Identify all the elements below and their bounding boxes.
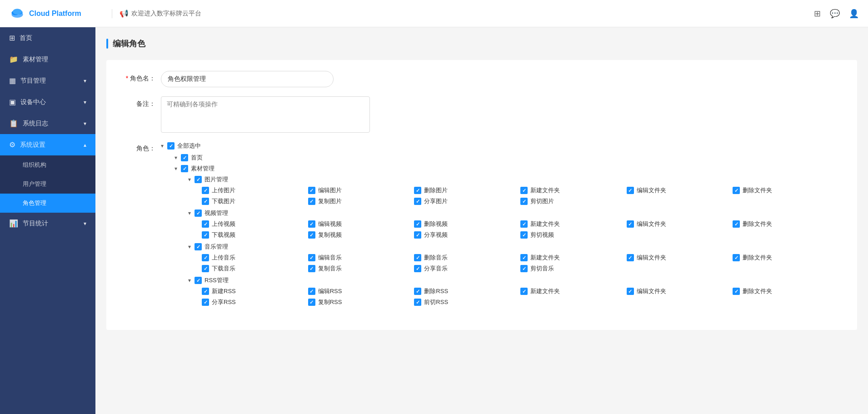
- perm-new-rss[interactable]: 新建RSS: [202, 287, 308, 295]
- assets-module-chevron[interactable]: ▾: [175, 165, 177, 172]
- assets-module-label: 素材管理: [191, 165, 215, 173]
- images-header: ▾ 图片管理: [188, 175, 839, 184]
- sidebar-sub-users[interactable]: 用户管理: [0, 175, 95, 194]
- perm-copy-image[interactable]: 复制图片: [308, 197, 414, 205]
- perm-new-folder-video[interactable]: 新建文件夹: [520, 220, 627, 228]
- user-profile-icon[interactable]: 👤: [849, 9, 859, 19]
- perm-share-rss[interactable]: 分享RSS: [202, 298, 308, 306]
- perm-copy-rss[interactable]: 复制RSS: [308, 298, 414, 306]
- sub-images: ▾ 图片管理 上传图片 编辑图片 删除图片 新建文件夹: [188, 175, 839, 205]
- header-divider: [112, 9, 112, 18]
- videos-checkbox[interactable]: 视频管理: [195, 209, 228, 217]
- perm-edit-music[interactable]: 编辑音乐: [308, 254, 414, 262]
- videos-chevron[interactable]: ▾: [188, 210, 191, 216]
- perm-download-video[interactable]: 下载视频: [202, 231, 308, 239]
- sidebar-item-logs[interactable]: 📋 系统日志 ▾: [0, 113, 95, 134]
- music-chevron[interactable]: ▾: [188, 244, 191, 250]
- home-module-checkbox[interactable]: 首页: [181, 154, 203, 162]
- perm-delete-rss[interactable]: 删除RSS: [414, 287, 520, 295]
- module-home: ▾ 首页: [175, 154, 839, 162]
- main-content: 编辑角色 角色名： 备注： 角色： ▾: [95, 27, 868, 414]
- sidebar-item-settings[interactable]: ⚙ 系统设置 ▴: [0, 134, 95, 155]
- settings-icon: ⚙: [9, 140, 15, 149]
- assets-module-checkbox[interactable]: 素材管理: [181, 165, 215, 173]
- select-all-checkbox[interactable]: 全部选中: [167, 142, 201, 150]
- rss-perms: 新建RSS 编辑RSS 删除RSS 新建文件夹 编辑文件夹 删除文件夹 分享RS…: [202, 287, 839, 306]
- perm-delete-video[interactable]: 删除视频: [414, 220, 520, 228]
- perm-copy-music[interactable]: 复制音乐: [308, 264, 414, 273]
- perm-edit-image[interactable]: 编辑图片: [308, 186, 414, 195]
- perm-delete-music[interactable]: 删除音乐: [414, 254, 520, 262]
- perm-cut-video[interactable]: 剪切视频: [520, 231, 627, 239]
- sidebar-item-logs-label: 系统日志: [23, 120, 48, 128]
- sidebar-item-home[interactable]: ⊞ 首页: [0, 27, 95, 49]
- perm-edit-folder-video[interactable]: 编辑文件夹: [627, 220, 733, 228]
- perm-cut-image[interactable]: 剪切图片: [520, 197, 627, 205]
- images-perms-row1: 上传图片 编辑图片 删除图片 新建文件夹 编辑文件夹 删除文件夹 下载图片 复制…: [202, 186, 839, 205]
- videos-box: [195, 209, 202, 217]
- sidebar-sub-roles[interactable]: 角色管理: [0, 194, 95, 213]
- perm-new-folder-music[interactable]: 新建文件夹: [520, 254, 627, 262]
- perm-edit-video[interactable]: 编辑视频: [308, 220, 414, 228]
- sidebar-item-devices[interactable]: ▣ 设备中心 ▾: [0, 91, 95, 113]
- perm-share-video[interactable]: 分享视频: [414, 231, 520, 239]
- videos-label: 视频管理: [205, 209, 228, 217]
- music-checkbox[interactable]: 音乐管理: [195, 243, 228, 251]
- rss-label: RSS管理: [205, 276, 229, 284]
- home-icon: ⊞: [9, 34, 15, 42]
- devices-icon: ▣: [9, 98, 16, 106]
- module-assets-header: ▾ 素材管理: [175, 165, 839, 173]
- rss-chevron[interactable]: ▾: [188, 277, 191, 284]
- stats-chevron: ▾: [84, 220, 86, 227]
- sidebar-item-programs[interactable]: ▦ 节目管理 ▾: [0, 70, 95, 91]
- perm-share-music[interactable]: 分享音乐: [414, 264, 520, 273]
- sidebar-sub-roles-label: 角色管理: [23, 200, 46, 206]
- page-header: 编辑角色: [106, 38, 857, 49]
- perm-copy-video[interactable]: 复制视频: [308, 231, 414, 239]
- perm-upload-music[interactable]: 上传音乐: [202, 254, 308, 262]
- perm-upload-video[interactable]: 上传视频: [202, 220, 308, 228]
- perm-upload-image[interactable]: 上传图片: [202, 186, 308, 195]
- images-chevron[interactable]: ▾: [188, 176, 191, 183]
- stats-icon: 📊: [9, 219, 18, 228]
- perm-edit-folder-music[interactable]: 编辑文件夹: [627, 254, 733, 262]
- perm-share-image[interactable]: 分享图片: [414, 197, 520, 205]
- message-icon[interactable]: 💬: [830, 9, 840, 19]
- perm-delete-folder-video[interactable]: 删除文件夹: [733, 220, 839, 228]
- role-name-input[interactable]: [161, 71, 334, 87]
- perm-download-music[interactable]: 下载音乐: [202, 264, 308, 273]
- settings-submenu: 组织机构 用户管理 角色管理: [0, 155, 95, 213]
- perm-delete-folder-rss[interactable]: 删除文件夹: [733, 287, 839, 295]
- perm-delete-folder-image[interactable]: 删除文件夹: [733, 186, 839, 195]
- perm-delete-folder-music[interactable]: 删除文件夹: [733, 254, 839, 262]
- perm-cut-rss[interactable]: 前切RSS: [414, 298, 520, 306]
- perm-new-folder-rss[interactable]: 新建文件夹: [520, 287, 627, 295]
- perm-edit-rss[interactable]: 编辑RSS: [308, 287, 414, 295]
- videos-perms: 上传视频 编辑视频 删除视频 新建文件夹 编辑文件夹 删除文件夹 下载视频 复制…: [202, 220, 839, 239]
- sidebar-item-assets[interactable]: 📁 素材管理: [0, 49, 95, 70]
- home-module-box: [181, 154, 188, 161]
- perm-delete-image[interactable]: 删除图片: [414, 186, 520, 195]
- sidebar: ⊞ 首页 📁 素材管理 ▦ 节目管理 ▾ ▣ 设备中心 ▾ 📋 系统日志 ▾ ⚙…: [0, 27, 95, 414]
- grid-action-icon[interactable]: ⊞: [814, 9, 821, 19]
- speaker-icon: 📢: [120, 9, 129, 18]
- sidebar-item-devices-label: 设备中心: [20, 98, 46, 106]
- perm-new-folder-image[interactable]: 新建文件夹: [520, 186, 627, 195]
- perm-edit-folder-image[interactable]: 编辑文件夹: [627, 186, 733, 195]
- remark-textarea[interactable]: [161, 96, 370, 133]
- sidebar-item-home-label: 首页: [20, 34, 32, 42]
- perm-edit-folder-rss[interactable]: 编辑文件夹: [627, 287, 733, 295]
- permission-tree: ▾ 全部选中 ▾ 首页: [161, 142, 839, 310]
- permissions-label: 角色：: [125, 142, 161, 153]
- images-box: [195, 176, 202, 183]
- header-actions: ⊞ 💬 👤: [814, 9, 859, 19]
- home-module-chevron[interactable]: ▾: [175, 155, 177, 161]
- images-checkbox[interactable]: 图片管理: [195, 175, 228, 184]
- header: Cloud Platform 📢 欢迎进入数字标牌云平台 ⊞ 💬 👤: [0, 0, 868, 27]
- rss-checkbox[interactable]: RSS管理: [195, 276, 229, 284]
- perm-download-image[interactable]: 下载图片: [202, 197, 308, 205]
- perm-cut-music[interactable]: 剪切音乐: [520, 264, 627, 273]
- sidebar-sub-org[interactable]: 组织机构: [0, 155, 95, 175]
- sidebar-item-stats[interactable]: 📊 节目统计 ▾: [0, 213, 95, 234]
- select-all-chevron[interactable]: ▾: [161, 143, 164, 149]
